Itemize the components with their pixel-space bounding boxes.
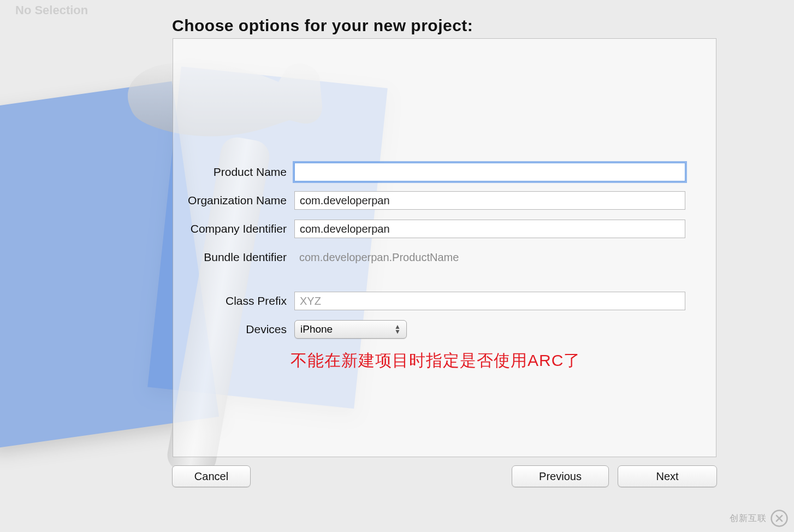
previous-button-label: Previous [539,470,582,483]
watermark-logo-icon [770,509,789,528]
next-button-label: Next [656,470,678,483]
button-bar: Cancel Previous Next [172,465,716,489]
bundle-identifier-value: com.developerpan.ProductName [294,251,459,263]
bundle-identifier-label: Bundle Identifier [173,251,294,264]
cancel-button-label: Cancel [194,470,228,483]
organization-name-input[interactable] [294,191,685,210]
class-prefix-label: Class Prefix [173,294,294,308]
options-panel: Product Name Organization Name Company I… [173,38,716,457]
product-name-input[interactable] [294,163,685,181]
product-name-label: Product Name [173,165,294,179]
chevron-up-down-icon: ▲▼ [394,324,401,334]
devices-label: Devices [173,323,294,336]
options-form: Product Name Organization Name Company I… [173,158,716,344]
company-identifier-input[interactable] [294,220,685,238]
next-button[interactable]: Next [618,465,717,487]
watermark: 创新互联 [730,509,789,528]
devices-selected-value: iPhone [300,323,333,335]
dialog-title: Choose options for your new project: [172,16,473,35]
devices-select[interactable]: iPhone ▲▼ [294,320,407,339]
cancel-button[interactable]: Cancel [172,465,251,487]
annotation-text: 不能在新建项目时指定是否使用ARC了 [291,350,580,372]
class-prefix-input[interactable] [294,292,685,310]
organization-name-label: Organization Name [173,194,294,207]
company-identifier-label: Company Identifier [173,222,294,235]
previous-button[interactable]: Previous [512,465,609,487]
no-selection-hint: No Selection [15,3,88,17]
watermark-brand: 创新互联 [730,513,767,524]
